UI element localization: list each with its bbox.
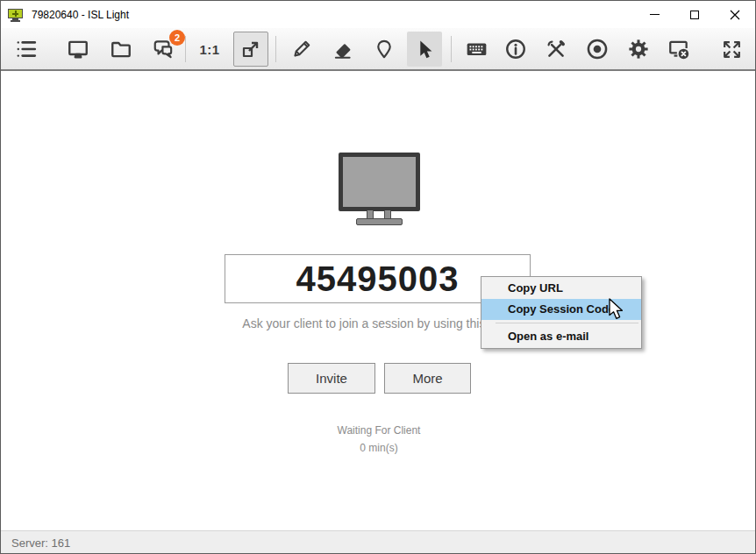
waiting-status: Waiting For Client 0 min(s) xyxy=(1,422,756,457)
statusbar: Server: 161 xyxy=(1,530,755,554)
zoom-1-1-icon: 1:1 xyxy=(199,42,219,57)
info-icon xyxy=(504,38,527,60)
tools-button[interactable] xyxy=(538,32,574,67)
main-content: 45495003 Ask your client to join a sessi… xyxy=(1,71,755,530)
waiting-text: Waiting For Client xyxy=(1,422,756,439)
end-session-button[interactable] xyxy=(661,32,696,67)
maximize-button[interactable] xyxy=(674,1,715,28)
monitor-icon xyxy=(67,38,89,60)
pointer-pin-icon xyxy=(373,38,396,60)
pencil-icon xyxy=(290,38,313,60)
info-button[interactable] xyxy=(498,32,533,67)
session-menu-button[interactable] xyxy=(9,32,44,67)
fullscreen-expand-icon xyxy=(721,39,743,60)
window-title: 79820640 - ISL Light xyxy=(32,9,129,21)
draw-pencil-button[interactable] xyxy=(284,32,319,67)
invite-button[interactable]: Invite xyxy=(288,363,375,394)
toolbar-separator xyxy=(185,36,186,62)
server-status-text: Server: 161 xyxy=(11,536,70,550)
app-logo-icon xyxy=(8,8,24,22)
menu-separator xyxy=(496,323,638,323)
menu-list-icon xyxy=(15,38,38,60)
disconnect-monitor-icon xyxy=(667,38,691,60)
menu-item-copy-url[interactable]: Copy URL xyxy=(481,278,641,299)
menu-item-open-as-email[interactable]: Open as e-mail xyxy=(481,326,641,347)
toolbar-separator xyxy=(275,36,276,62)
settings-gear-icon xyxy=(627,38,650,60)
fit-screen-button[interactable] xyxy=(233,32,268,67)
file-transfer-button[interactable] xyxy=(103,32,139,67)
waiting-monitor-icon xyxy=(339,153,420,227)
fullscreen-button[interactable] xyxy=(714,32,749,67)
cursor-arrow-icon xyxy=(414,39,436,60)
settings-button[interactable] xyxy=(621,32,656,67)
folder-icon xyxy=(110,38,132,60)
minimize-button[interactable] xyxy=(634,1,674,28)
cursor-tool-button[interactable] xyxy=(407,32,442,67)
zoom-1-1-button[interactable]: 1:1 xyxy=(192,32,227,67)
record-button[interactable] xyxy=(580,32,615,67)
minimize-icon xyxy=(650,14,660,15)
eraser-button[interactable] xyxy=(325,32,360,67)
close-icon xyxy=(730,10,740,20)
fit-screen-icon xyxy=(240,39,261,60)
toolbar: 2 1:1 xyxy=(1,28,755,71)
session-code: 45495003 xyxy=(296,259,460,299)
elapsed-time: 0 min(s) xyxy=(1,439,756,457)
window-controls xyxy=(634,1,755,28)
eraser-icon xyxy=(332,38,354,60)
keyboard-button[interactable] xyxy=(459,32,494,67)
chat-button[interactable]: 2 xyxy=(146,32,181,67)
tools-icon xyxy=(545,38,567,60)
pointer-pin-button[interactable] xyxy=(367,32,402,67)
close-button[interactable] xyxy=(715,1,755,28)
more-button[interactable]: More xyxy=(384,363,471,394)
mouse-cursor-icon xyxy=(609,298,628,321)
desktop-view-button[interactable] xyxy=(61,32,96,67)
maximize-icon xyxy=(690,11,699,19)
toolbar-separator xyxy=(451,36,452,62)
chat-unread-badge: 2 xyxy=(169,30,185,46)
keyboard-icon xyxy=(465,38,489,60)
titlebar[interactable]: 79820640 - ISL Light xyxy=(1,1,755,28)
instruction-text: Ask your client to join a session by usi… xyxy=(1,316,756,330)
record-icon xyxy=(586,38,609,60)
app-window: 79820640 - ISL Light xyxy=(0,0,756,554)
